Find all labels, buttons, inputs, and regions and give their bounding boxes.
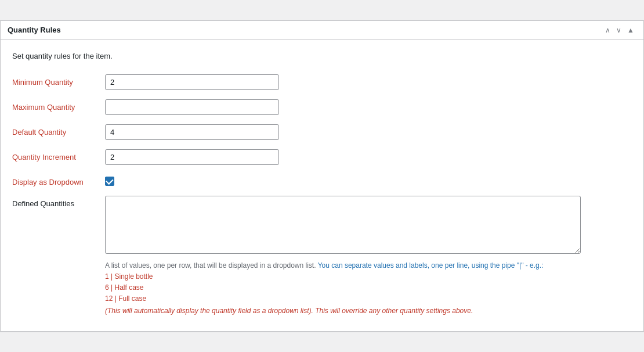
display-as-dropdown-checkbox-wrapper: [105, 174, 114, 186]
maximum-quantity-field: [105, 99, 279, 115]
quantity-rules-panel: Quantity Rules ∧ ∨ ▲ Set quantity rules …: [0, 20, 644, 332]
quantity-increment-input[interactable]: [105, 149, 279, 165]
scroll-up-button[interactable]: ∧: [603, 26, 613, 35]
panel-body: Set quantity rules for the item. Minimum…: [1, 40, 643, 332]
defined-quantities-label: Defined Quantities: [12, 196, 105, 208]
defined-quantities-row: Defined Quantities A list of values, one…: [12, 196, 632, 315]
minimum-quantity-label: Minimum Quantity: [12, 74, 105, 87]
display-as-dropdown-label: Display as Dropdown: [12, 174, 105, 186]
minimum-quantity-field: [105, 74, 279, 90]
display-as-dropdown-row: Display as Dropdown: [12, 174, 632, 186]
description-text: Set quantity rules for the item.: [12, 52, 632, 60]
quantity-increment-label: Quantity Increment: [12, 149, 105, 161]
help-note: (This will automatically display the qua…: [105, 307, 581, 315]
defined-quantities-field: A list of values, one per row, that will…: [105, 196, 581, 315]
help-line1-text: A list of values, one per row, that will…: [105, 261, 318, 270]
panel-header: Quantity Rules ∧ ∨ ▲: [1, 21, 643, 40]
collapse-button[interactable]: ▲: [625, 26, 636, 35]
display-as-dropdown-checkbox[interactable]: [105, 177, 114, 186]
quantity-increment-row: Quantity Increment: [12, 149, 632, 165]
maximum-quantity-input[interactable]: [105, 99, 279, 115]
panel-controls: ∧ ∨ ▲: [603, 26, 636, 35]
default-quantity-field: [105, 124, 279, 140]
maximum-quantity-label: Maximum Quantity: [12, 99, 105, 112]
minimum-quantity-input[interactable]: [105, 74, 279, 90]
minimum-quantity-row: Minimum Quantity: [12, 74, 632, 90]
defined-quantities-textarea[interactable]: [105, 196, 581, 254]
help-example3: 12 | Full case: [105, 294, 146, 303]
help-example1: 1 | Single bottle: [105, 272, 153, 281]
maximum-quantity-row: Maximum Quantity: [12, 99, 632, 115]
panel-title: Quantity Rules: [8, 26, 61, 34]
help-text: A list of values, one per row, that will…: [105, 260, 581, 305]
default-quantity-label: Default Quantity: [12, 124, 105, 137]
default-quantity-input[interactable]: [105, 124, 279, 140]
quantity-increment-field: [105, 149, 279, 165]
help-line1-blue: You can separate values and labels, one …: [318, 261, 544, 270]
help-example2: 6 | Half case: [105, 283, 143, 292]
default-quantity-row: Default Quantity: [12, 124, 632, 140]
scroll-down-button[interactable]: ∨: [614, 26, 624, 35]
